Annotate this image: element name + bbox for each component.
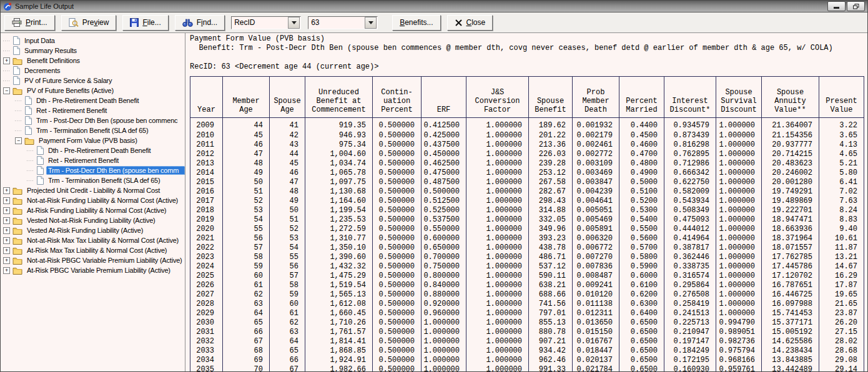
- table-cell: 1,310.77: [305, 234, 373, 243]
- tree-item-payment-form-value-pvb-basis[interactable]: −Payment Form Value (PVB basis): [1, 135, 185, 145]
- table-cell: 64: [270, 337, 305, 346]
- table-cell: 1.000000: [716, 253, 762, 262]
- tree-item-summary-results[interactable]: Summary Results: [1, 46, 185, 56]
- table-cell: 68: [223, 346, 270, 356]
- table-cell: 65: [223, 318, 270, 328]
- table-cell: 0.007836: [573, 262, 619, 272]
- tree-item-decrements[interactable]: Decrements: [1, 66, 185, 76]
- toolbar-button-benefits[interactable]: Benefits...: [392, 15, 440, 31]
- column-header: Spouse Survival Discount: [716, 77, 762, 118]
- tree-item-not-at-risk-funding-liability-normal-cost-[interactable]: +Not-at-Risk Funding Liability & Normal …: [1, 195, 185, 205]
- table-cell: 0.650000: [422, 243, 466, 253]
- tree-item-vested-at-risk-funding-liability-active[interactable]: +Vested At-Risk Funding Liability (Activ…: [1, 225, 185, 235]
- table-cell: 1.000000: [466, 215, 529, 225]
- restore-button[interactable]: [847, 1, 865, 11]
- tree-item-dth-pre-retirement-death-benefit[interactable]: Dth - Pre-Retirement Death Benefit: [1, 145, 185, 155]
- table-cell: 0.004641: [573, 197, 619, 206]
- expander-plus-icon[interactable]: +: [3, 217, 10, 224]
- table-cell: 1.000000: [716, 197, 762, 206]
- tree-item-input-data[interactable]: Input Data: [1, 36, 185, 46]
- table-cell: 1,004.60: [305, 150, 373, 159]
- table-cell: 1.000000: [466, 225, 529, 234]
- table-cell: 18.663936: [762, 225, 819, 234]
- tree-item-trm-termination-benefit-sla-def-65[interactable]: Trm - Termination Benefit (SLA def 65): [1, 125, 185, 135]
- toolbar-button-find[interactable]: Find...: [175, 15, 225, 31]
- expander-plus-icon[interactable]: +: [3, 257, 10, 264]
- table-row: 201651481,130.680.5000000.5000001.000000…: [190, 187, 864, 197]
- table-cell: 45: [223, 131, 270, 140]
- expander-plus-icon[interactable]: +: [3, 197, 10, 204]
- tree-item-pv-of-future-benefits-active[interactable]: −PV of Future Benefits (Active): [1, 86, 185, 95]
- tree-item-label: Trm - Termination Benefit (SLA def 65): [46, 176, 162, 185]
- expander-plus-icon[interactable]: +: [3, 187, 10, 194]
- tree-item-projected-unit-credit-liability-normal-cos[interactable]: +Projected Unit Credit - Liability & Nor…: [1, 185, 185, 195]
- restore-icon: [853, 4, 859, 9]
- binoculars-icon: [182, 19, 193, 27]
- table-cell: 0.412500: [422, 118, 466, 132]
- table-cell: 638.21: [529, 281, 573, 290]
- table-cell: 0.021784: [573, 365, 619, 371]
- table-cell: 1.000000: [466, 272, 529, 281]
- table-cell: 1.000000: [422, 346, 466, 356]
- table-cell: 20.937777: [762, 140, 819, 150]
- table-cell: 0.184249: [664, 346, 716, 356]
- chevron-down-icon[interactable]: [288, 17, 300, 29]
- toolbar-button-file[interactable]: File...: [122, 15, 168, 31]
- tree-item-at-risk-pbgc-variable-premium-liability-ac[interactable]: +At-Risk PBGC Variable Premium Liability…: [1, 265, 185, 275]
- expander-plus-icon[interactable]: +: [3, 57, 10, 64]
- table-row: 202661581,519.540.5000000.8400001.000000…: [190, 281, 864, 290]
- report-header: Payment Form Value (PVB basis) Benefit: …: [190, 34, 867, 72]
- tree-connector: [15, 130, 22, 131]
- table-row: 20104542946.930.5000000.4250001.00000020…: [190, 131, 864, 140]
- tree-item-pv-of-future-service-salary[interactable]: PV of Future Service & Salary: [1, 76, 185, 86]
- expander-plus-icon[interactable]: +: [3, 267, 10, 274]
- table-row: 201550471,097.750.5000000.4875001.000000…: [190, 178, 864, 187]
- table-cell: 0.013650: [573, 318, 619, 328]
- tree-item-trm-post-decr-dth-ben-spouse-ben-commenc[interactable]: Trm - Post-Decr Dth Ben (spouse ben comm…: [1, 115, 185, 125]
- expander-minus-icon[interactable]: −: [3, 87, 10, 94]
- tree-item-benefit-definitions[interactable]: +Benefit Definitions: [1, 56, 185, 66]
- toolbar-button-close[interactable]: Close: [447, 15, 493, 31]
- expander-plus-icon[interactable]: +: [3, 227, 10, 234]
- tree-item-at-risk-max-tax-liability-normal-cost-acti[interactable]: +At-Risk Max Tax Liability & Normal Cost…: [1, 245, 185, 255]
- tree-item-dth-pre-retirement-death-benefit[interactable]: Dth - Pre-Retirement Death Benefit: [1, 95, 185, 105]
- table-cell: 0.666342: [664, 169, 716, 178]
- table-cell: 907.21: [529, 337, 573, 346]
- table-cell: 1.000000: [716, 169, 762, 178]
- expander-plus-icon[interactable]: +: [3, 207, 10, 214]
- table-cell: 2035: [190, 365, 223, 371]
- chevron-down-icon[interactable]: [365, 17, 377, 29]
- tree-item-at-risk-funding-liability-normal-cost-acti[interactable]: +At-Risk Funding Liability & Normal Cost…: [1, 205, 185, 215]
- expander-plus-icon[interactable]: +: [3, 237, 10, 244]
- field-selector-dropdown[interactable]: RecID: [231, 16, 301, 29]
- column-header: Spouse Annuity Value**: [762, 77, 819, 118]
- tree-connector: [3, 51, 10, 51]
- toolbar-button-preview[interactable]: Preview: [61, 15, 117, 31]
- table-cell: 0.500000: [373, 118, 422, 132]
- tree-item-label: Trm - Post-Decr Dth Ben (spouse ben comm…: [34, 116, 179, 125]
- expander-plus-icon[interactable]: +: [3, 247, 10, 254]
- table-cell: 67: [223, 337, 270, 346]
- table-cell: 1,519.54: [305, 281, 373, 290]
- table-cell: 0.6500: [619, 346, 664, 356]
- tree-item-ret-retirement-benefit[interactable]: Ret - Retirement Benefit: [1, 155, 185, 165]
- minimize-button[interactable]: [827, 1, 846, 11]
- toolbar-button-print[interactable]: Print...: [4, 15, 55, 31]
- tree-item-ret-retirement-benefit[interactable]: Ret - Retirement Benefit: [1, 105, 185, 115]
- expander-minus-icon[interactable]: −: [15, 137, 22, 144]
- table-cell: 29.14: [819, 365, 864, 371]
- tree-item-trm-termination-benefit-sla-def-65[interactable]: Trm - Termination Benefit (SLA def 65): [1, 175, 185, 185]
- table-cell: 0.500000: [373, 197, 422, 206]
- table-cell: 1.000000: [716, 118, 762, 132]
- tree-item-vested-not-at-risk-funding-liability-activ[interactable]: +Vested Not-at-Risk Funding Liability (A…: [1, 215, 185, 225]
- tree-item-trm-post-decr-dth-ben-spouse-ben-comm[interactable]: Trm - Post-Decr Dth Ben (spouse ben comm: [1, 165, 185, 175]
- tree-item-not-at-risk-max-tax-liability-normal-cost-[interactable]: +Not-at-Risk Max Tax Liability & Normal …: [1, 235, 185, 245]
- table-cell: 58: [223, 253, 270, 262]
- tree-item-not-at-risk-pbgc-variable-premium-liabilit[interactable]: +Not-at-Risk PBGC Variable Premium Liabi…: [1, 255, 185, 265]
- record-selector-dropdown[interactable]: 63: [308, 16, 378, 29]
- table-cell: 0.500000: [373, 281, 422, 290]
- table-cell: 1.000000: [716, 215, 762, 225]
- table-row: 202358551,390.600.5000000.7000001.000000…: [190, 253, 864, 262]
- table-cell: 1.000000: [716, 159, 762, 169]
- table-cell: 0.500000: [373, 328, 422, 337]
